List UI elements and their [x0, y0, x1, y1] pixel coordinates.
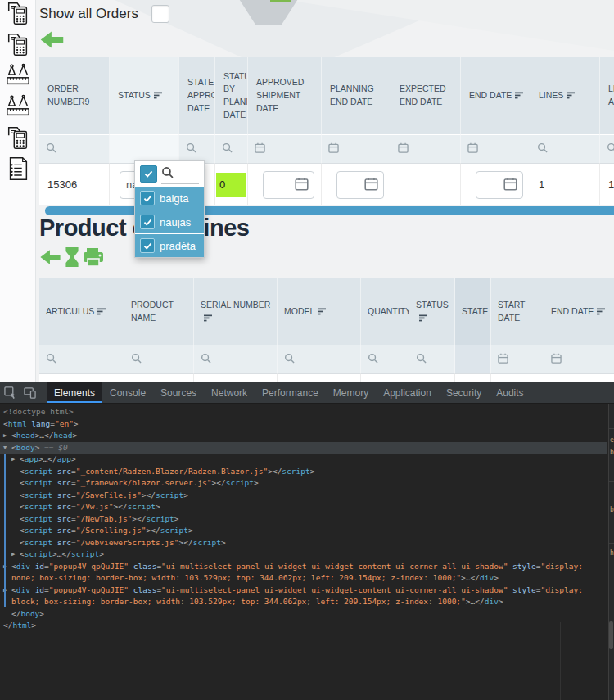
devtools-node[interactable]: <html lang="en"> [0, 418, 607, 431]
filter-lines[interactable] [530, 134, 600, 163]
devtools-node[interactable]: ▶<div id="popup4V-qpQuJIE" class="ui-mul… [0, 561, 607, 585]
date-input[interactable] [336, 171, 384, 199]
devtools-styles-strip[interactable]: ebbh [608, 404, 614, 700]
filter-end-date[interactable] [544, 345, 614, 373]
sidebar-button[interactable] [3, 94, 33, 122]
devtools-scrollbar-thumb[interactable] [609, 621, 613, 649]
devtools-node[interactable]: ▶<div id="popup4V-qpQuJIE" class="ui-mul… [0, 585, 607, 608]
devtools-node[interactable]: <script src="/Scrolling.js"></script> [0, 525, 607, 537]
column-header-expected-end-date[interactable]: EXPECTED END DATE [391, 57, 461, 134]
column-header-product-name[interactable]: PRODUCT NAME [124, 278, 194, 345]
dropdown-option-pradėta[interactable]: pradėta [135, 234, 204, 257]
filter-status[interactable] [409, 345, 455, 373]
option-checkbox[interactable] [140, 191, 155, 205]
column-header-serial-number[interactable]: SERIAL NUMBER [194, 278, 278, 345]
filter-start-date[interactable] [491, 345, 544, 373]
dropdown-option-baigta[interactable]: baigta [135, 187, 204, 210]
column-header-order-number9[interactable]: ORDER NUMBER9 [39, 57, 110, 134]
column-header-state-approved-date[interactable]: STATE APPROVED DATE [179, 57, 215, 134]
devtools-node[interactable]: ▼<body> == $0 [0, 442, 607, 454]
tab-performance[interactable]: Performance [255, 382, 326, 403]
devtools-node[interactable]: <script src="_content/Radzen.Blazor/Radz… [0, 466, 607, 478]
filter-approved-shipment-date[interactable] [248, 134, 322, 163]
filter-product-name[interactable] [124, 345, 194, 373]
column-header-quantity[interactable]: QUANTITY [361, 278, 409, 345]
column-header-articulus[interactable]: ARTICULUS [39, 278, 124, 345]
column-header-status[interactable]: STATUS [110, 57, 179, 134]
tab-elements[interactable]: Elements [47, 382, 102, 403]
column-header-planning-end-date[interactable]: PLANNING END DATE [322, 57, 391, 134]
devtools-node[interactable]: <script src="_framework/blazor.server.js… [0, 477, 607, 490]
expand-arrow-right-icon[interactable]: ▶ [11, 454, 15, 466]
column-header-model[interactable]: MODEL [278, 278, 361, 345]
tab-console[interactable]: Console [102, 382, 153, 403]
date-input[interactable] [476, 171, 523, 199]
filter-expected-end-date[interactable] [391, 134, 461, 163]
devtools-node[interactable]: </html> [0, 620, 607, 632]
tab-audits[interactable]: Audits [489, 382, 530, 403]
column-header-state[interactable]: STATE [455, 278, 491, 345]
devtools-node[interactable]: <script src="/Vw.js"></script> [0, 501, 607, 513]
devtools-node[interactable]: <script src="/webviewerScripts.js"></scr… [0, 537, 607, 549]
sort-icon [94, 306, 106, 316]
filter-state[interactable] [455, 345, 491, 373]
column-header-line-amount[interactable]: LINE AMOUNT [600, 57, 614, 134]
filter-status-by-planning-date[interactable] [215, 134, 248, 163]
filter-model[interactable] [278, 345, 361, 373]
code-token: "ui-multiselect-panel ui-widget ui-widge… [161, 585, 508, 594]
devtools-node[interactable]: ▶<script>…</script> [0, 549, 607, 561]
date-input[interactable] [263, 171, 314, 199]
expand-arrow-down-icon[interactable]: ▼ [3, 442, 7, 454]
filter-line-amount[interactable] [600, 134, 614, 163]
cell-state [455, 373, 491, 382]
highlighted-cell-value[interactable]: 0 [216, 173, 246, 197]
devtools-node[interactable]: ▶<app>…</app> [0, 454, 607, 466]
column-header-approved-shipment-date[interactable]: APPROVED SHIPMENT DATE [248, 57, 322, 134]
devtools-node[interactable]: <script src="/NewTab.js"></script> [0, 513, 607, 526]
column-header-end-date[interactable]: END DATE [461, 57, 530, 134]
tab-network[interactable]: Network [204, 382, 255, 403]
devtools-node[interactable]: </body> [0, 608, 607, 621]
back-button[interactable] [39, 248, 61, 269]
filter-serial-number[interactable] [194, 345, 278, 373]
tab-memory[interactable]: Memory [326, 382, 376, 403]
expand-arrow-right-icon[interactable]: ▶ [11, 549, 15, 561]
sidebar-button[interactable] [3, 125, 33, 153]
filter-quantity[interactable] [361, 345, 409, 373]
devtools-node[interactable]: <script src="/SaveFile.js"></script> [0, 490, 607, 502]
devtools-node[interactable]: ▶<head>…</head> [0, 430, 607, 442]
column-header-status-by-planning-date[interactable]: STATUS BY PLANNING DATE [215, 57, 248, 134]
column-header-end-date[interactable]: END DATE [544, 278, 614, 345]
dropdown-option-naujas[interactable]: naujas [135, 210, 204, 233]
filter-state-approved-date[interactable] [179, 134, 215, 163]
print-button[interactable] [83, 247, 104, 270]
filter-status[interactable] [110, 134, 179, 163]
option-checkbox[interactable] [140, 215, 155, 229]
inspect-element-icon[interactable] [0, 382, 20, 403]
column-header-start-date[interactable]: START DATE [491, 278, 544, 345]
device-toolbar-icon[interactable] [20, 382, 39, 403]
option-checkbox[interactable] [140, 238, 155, 253]
tab-security[interactable]: Security [439, 382, 489, 403]
select-all-checkbox[interactable] [140, 165, 157, 183]
devtools-node[interactable]: <!doctype html> [0, 406, 607, 418]
sidebar-button[interactable] [3, 1, 33, 29]
tab-sources[interactable]: Sources [153, 382, 204, 403]
tab-application[interactable]: Application [376, 382, 439, 403]
filter-order-number9[interactable] [39, 134, 110, 163]
cell-start-date [491, 373, 544, 382]
sidebar-button[interactable] [3, 156, 33, 184]
sidebar-button[interactable] [3, 32, 33, 60]
filter-end-date[interactable] [461, 134, 530, 163]
back-button[interactable] [39, 29, 65, 53]
column-header-lines[interactable]: LINES [530, 57, 600, 134]
column-header-status[interactable]: STATUS [409, 278, 455, 345]
code-token: script [71, 549, 99, 558]
dropdown-search-input[interactable] [161, 164, 199, 184]
sidebar-button[interactable] [3, 63, 33, 91]
filter-articulus[interactable] [39, 345, 124, 373]
show-all-orders-checkbox[interactable] [151, 5, 169, 23]
dropdown-header [135, 161, 204, 186]
expand-arrow-right-icon[interactable]: ▶ [3, 430, 7, 442]
filter-planning-end-date[interactable] [322, 134, 391, 163]
